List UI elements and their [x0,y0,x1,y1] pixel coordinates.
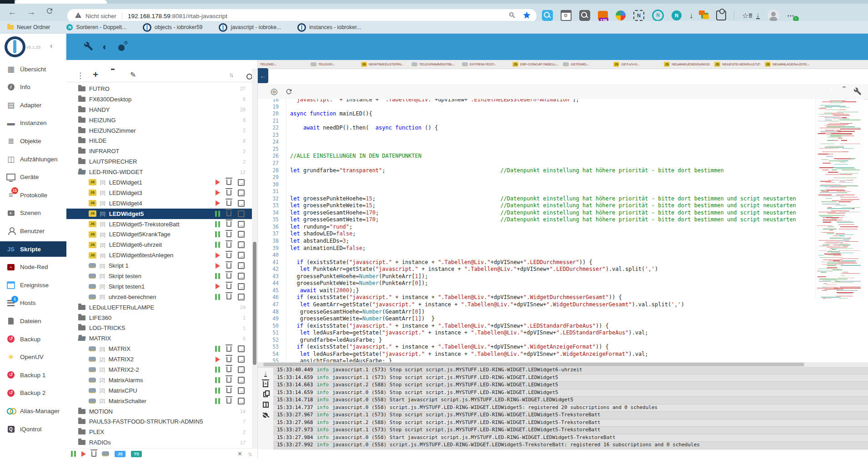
tree-script-row[interactable]: JS[0]LEDWidget1→ [66,177,252,188]
delete-icon[interactable] [226,190,231,195]
play-icon[interactable] [216,357,220,362]
bookmark-item[interactable]: Neuer Ordner [7,24,50,30]
code-editor[interactable]: 18 javascript." + instance + ".Tabellen@… [258,99,815,362]
tree-folder-row[interactable]: MATRIX6 [66,333,252,344]
tree-script-row[interactable]: [0]Skript testen1→ [66,281,252,292]
export-icon[interactable]: → [238,190,245,196]
export-icon[interactable]: → [238,241,245,248]
export-icon[interactable]: → [238,387,245,394]
filter-ts-chip[interactable]: TS [131,451,142,457]
sidebar-item-aufz-hlungen[interactable]: ◫Aufzählungen [0,151,66,167]
tree-folder-row[interactable]: FX6300Desktop8 [66,94,252,105]
sidebar-item-objekte[interactable]: ≣Objekte [0,133,66,149]
pause-icon[interactable] [215,221,220,227]
active-tab-fragment[interactable] [15,0,107,4]
log-copy-icon[interactable] [263,392,268,397]
tree-script-row[interactable]: [2]MatrixAlarms→ [66,375,252,385]
delete-icon[interactable] [226,388,231,393]
pause-icon[interactable] [215,242,220,248]
tree-folder-row[interactable]: HEIZUNGZimmer2 [66,125,252,136]
export-icon[interactable]: → [238,200,245,207]
sidebar-item-benutzer[interactable]: Benutzer [0,223,66,239]
play-icon[interactable] [216,200,220,206]
sidebar-item-backup-1[interactable]: ↺Backup 1 [0,367,66,383]
delete-icon[interactable] [226,263,231,269]
tree-folder-row[interactable]: HANDY28 [66,105,252,115]
log-hide-icon[interactable] [262,412,269,418]
pause-icon[interactable] [215,294,220,300]
delete-icon[interactable] [226,211,231,216]
filter-blockly-icon[interactable] [102,451,109,456]
tree-script-row[interactable]: JS[0]LEDWidget5→ [66,209,252,219]
add-script-icon[interactable]: + [93,69,98,80]
dark-search-extension-icon[interactable] [579,10,590,21]
collapse-all-icon[interactable]: ✕ [237,450,242,457]
editor-tab[interactable]: EXTREM-TEST... [460,60,510,69]
filter-running-icon[interactable] [71,451,76,457]
tree-scrollbar-thumb[interactable] [253,242,256,365]
sidebar-item-ger-te[interactable]: Geräte [0,170,66,185]
editor-tab[interactable]: TELEME... [258,60,308,69]
tree-folder-row[interactable]: PAUL53-FASTFOOD-STRUKTUR-ADMIN57 [66,417,252,427]
pause-icon[interactable] [215,231,220,237]
delete-icon[interactable] [226,346,231,352]
pause-icon[interactable] [215,388,220,394]
tree-folder-row[interactable]: LOG-TRICKS1 [66,323,252,333]
tree-script-row[interactable]: JS[0]LEDWidget3→ [66,188,252,198]
sidebar-item-ereignisse[interactable]: Ereignisse [0,277,66,293]
tree-folder-row[interactable]: MOTION14 [66,406,252,417]
export-icon[interactable]: → [238,345,245,352]
forward-icon[interactable]: → [25,6,37,18]
delete-icon[interactable] [226,357,231,362]
editor-tab[interactable]: JSNEUANLAGEN-LISTE... [763,60,813,69]
sidebar-item-skripte[interactable]: JSSkripte [0,241,66,257]
sidebar-item-backup[interactable]: ↺Backup [0,331,66,347]
delete-icon[interactable] [226,367,231,372]
folder-stack-extension-icon[interactable] [701,13,708,19]
sidebar-item-szenen[interactable]: ▸Szenen [0,205,66,221]
delete-icon[interactable] [226,273,231,279]
tree-script-row[interactable]: [0]uhrzeit-berechnen→ [66,292,252,302]
export-icon[interactable]: → [238,221,245,228]
tree-folder-row[interactable]: HILDE8 [66,135,252,146]
downloads-icon[interactable]: ↓ [756,12,760,19]
export-icon[interactable]: → [238,252,245,259]
bookmark-item[interactable]: NSortieren - Doppelt... [66,24,126,30]
export-icon[interactable]: → [238,210,245,217]
delete-icon[interactable] [226,242,231,248]
delete-icon[interactable] [226,377,231,383]
tree-folder-row[interactable]: LEDuLUEFTERuLAMPE24 [66,302,252,313]
search-extension-icon[interactable] [542,10,553,21]
filter-stopped-icon[interactable] [81,451,86,457]
pause-icon[interactable] [215,367,220,373]
editor-tab[interactable]: GETDWD... [561,60,611,69]
sidebar-item-info[interactable]: iInfo [0,80,66,95]
log-clear-icon[interactable]: ✕ [263,381,268,387]
sidebar-item-hosts[interactable]: 1Hosts [0,295,66,311]
n-ring-extension-icon[interactable]: N [652,10,664,21]
minimap[interactable] [815,99,864,299]
tree-script-row[interactable]: [0]Skript 1→ [66,260,252,271]
tree-script-row[interactable]: [2]MATRIX2→ [66,354,252,364]
tree-script-row[interactable]: [2]MatrixSchalter→ [66,396,252,406]
reload-icon[interactable] [44,6,55,18]
export-icon[interactable]: → [238,377,245,384]
sidebar-item-dateien[interactable]: Dateien [0,313,66,329]
delete-icon[interactable] [226,200,231,206]
wrench-icon[interactable] [84,41,93,53]
sidebar-item-openuv[interactable]: ☀OpenUV [0,349,66,365]
play-icon[interactable] [216,180,220,185]
delete-icon[interactable] [226,253,231,258]
profile-avatar[interactable] [768,10,779,21]
tree-script-row[interactable]: JS[0]LEDWidget5-TrekstoreBatt→ [66,219,252,230]
sidebar-item-adapter[interactable]: ▤Adapter [0,97,66,113]
locate-script-icon[interactable]: ◎ [271,87,278,95]
pause-icon[interactable] [215,273,220,279]
tree-folder-row[interactable]: INFRAROT3 [66,146,252,156]
tree-folder-row[interactable]: RADIOs17 [66,437,252,448]
play-icon[interactable] [216,253,220,258]
expert-mode-icon[interactable] [117,42,127,52]
export-icon[interactable]: → [238,356,245,363]
sidebar-item-protokolle[interactable]: ≡11Protokolle [0,187,66,203]
tree-script-row[interactable]: [2]MatrixCPU→ [66,385,252,396]
